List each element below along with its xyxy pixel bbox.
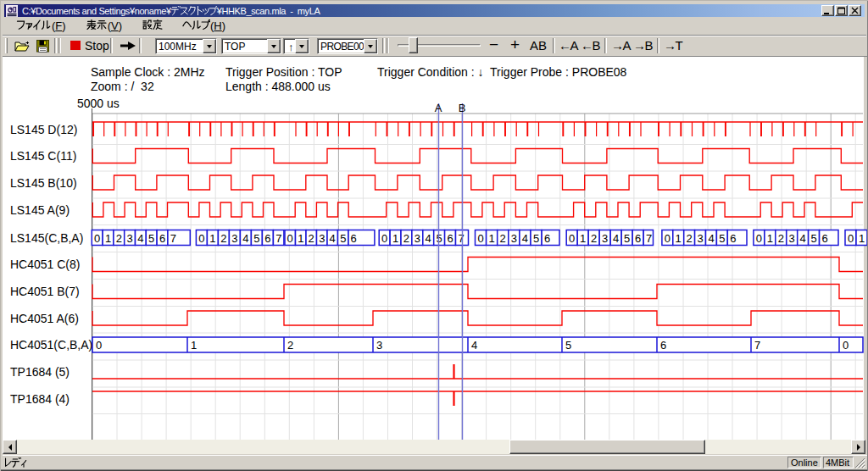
- svg-text:0: 0: [569, 232, 575, 245]
- svg-text:4: 4: [613, 232, 619, 245]
- svg-text:5000 us: 5000 us: [77, 97, 120, 110]
- svg-text:0: 0: [96, 339, 102, 352]
- svg-text:LS145(C,B,A): LS145(C,B,A): [10, 231, 83, 245]
- svg-text:0: 0: [381, 232, 387, 245]
- svg-text:3: 3: [697, 232, 703, 245]
- svg-text:2: 2: [220, 232, 226, 245]
- svg-text:5: 5: [719, 232, 725, 245]
- svg-text:4: 4: [522, 232, 528, 245]
- svg-text:LS145 B(10): LS145 B(10): [10, 176, 77, 190]
- svg-text:HC4051 B(7): HC4051 B(7): [10, 285, 80, 298]
- svg-text:6: 6: [544, 232, 550, 245]
- svg-text:1: 1: [392, 232, 398, 245]
- svg-text:Sample Clock : 2MHz: Sample Clock : 2MHz: [91, 65, 205, 79]
- svg-text:LS145 C(11): LS145 C(11): [10, 149, 76, 163]
- svg-text:B: B: [459, 102, 466, 114]
- svg-text:LS145 A(9): LS145 A(9): [10, 203, 70, 217]
- svg-text:TP1684 (5): TP1684 (5): [10, 365, 70, 379]
- svg-text:1: 1: [105, 232, 111, 245]
- svg-text:0: 0: [94, 232, 100, 245]
- svg-text:5: 5: [148, 232, 154, 245]
- svg-text:6: 6: [264, 232, 270, 245]
- svg-text:2: 2: [591, 232, 597, 245]
- svg-text:2: 2: [309, 232, 314, 245]
- svg-text:1: 1: [767, 232, 773, 245]
- svg-text:6: 6: [351, 232, 357, 245]
- svg-text:6: 6: [447, 232, 453, 245]
- svg-text:5: 5: [565, 339, 571, 352]
- svg-text:2: 2: [287, 339, 293, 352]
- svg-text:0: 0: [287, 232, 293, 245]
- svg-text:5: 5: [624, 232, 630, 245]
- svg-text:6: 6: [635, 232, 641, 245]
- svg-text:1: 1: [676, 232, 682, 245]
- svg-text:3: 3: [231, 232, 237, 245]
- svg-text:Trigger Condition : ↓ Trigger: Trigger Condition : ↓ Trigger Probe : PR…: [377, 65, 627, 79]
- svg-text:5: 5: [340, 232, 346, 245]
- svg-text:6: 6: [159, 232, 165, 245]
- svg-text:3: 3: [126, 232, 132, 245]
- svg-text:1: 1: [298, 232, 303, 245]
- svg-text:0: 0: [843, 339, 849, 352]
- svg-text:0: 0: [848, 232, 854, 245]
- svg-text:HC4051 A(6): HC4051 A(6): [10, 312, 79, 325]
- svg-text:A: A: [435, 102, 442, 114]
- svg-text:4: 4: [800, 232, 806, 245]
- svg-text:3: 3: [511, 232, 517, 245]
- svg-text:Trigger Position : TOP: Trigger Position : TOP: [225, 65, 342, 79]
- svg-text:1: 1: [191, 339, 197, 352]
- svg-text:4: 4: [330, 232, 336, 245]
- svg-text:6: 6: [730, 232, 736, 245]
- svg-text:0: 0: [665, 232, 670, 245]
- svg-text:1: 1: [859, 232, 865, 245]
- svg-text:4: 4: [471, 339, 477, 352]
- svg-text:Length : 488.000 us: Length : 488.000 us: [225, 80, 331, 93]
- svg-text:5: 5: [810, 232, 816, 245]
- svg-text:1: 1: [209, 232, 215, 245]
- svg-text:2: 2: [403, 232, 409, 245]
- svg-text:2: 2: [500, 232, 506, 245]
- svg-text:2: 2: [686, 232, 692, 245]
- svg-text:0: 0: [477, 232, 483, 245]
- svg-text:4: 4: [137, 232, 143, 245]
- svg-text:5: 5: [253, 232, 259, 245]
- svg-text:TP1684 (4): TP1684 (4): [10, 392, 70, 406]
- svg-text:1: 1: [580, 232, 586, 245]
- svg-text:1: 1: [488, 232, 494, 245]
- svg-text:6: 6: [660, 339, 666, 352]
- svg-text:4: 4: [708, 232, 714, 245]
- svg-text:HC4051 C(8): HC4051 C(8): [10, 258, 80, 271]
- svg-text:7: 7: [458, 232, 464, 245]
- svg-text:2: 2: [778, 232, 784, 245]
- svg-text:7: 7: [754, 339, 760, 352]
- svg-text:0: 0: [198, 232, 204, 245]
- svg-text:3: 3: [602, 232, 608, 245]
- svg-text:4: 4: [242, 232, 248, 245]
- svg-text:6: 6: [821, 232, 827, 245]
- svg-text:2: 2: [116, 232, 122, 245]
- svg-text:3: 3: [319, 232, 325, 245]
- svg-text:5: 5: [533, 232, 539, 245]
- svg-text:LS145 D(12): LS145 D(12): [10, 123, 77, 136]
- svg-text:7: 7: [170, 232, 176, 245]
- svg-text:3: 3: [789, 232, 795, 245]
- svg-text:3: 3: [376, 339, 382, 352]
- svg-text:HC4051(C,B,A): HC4051(C,B,A): [10, 338, 92, 352]
- svg-text:4: 4: [426, 232, 431, 245]
- svg-text:Zoom : / 32: Zoom : / 32: [91, 80, 154, 93]
- svg-text:7: 7: [646, 232, 652, 245]
- svg-text:7: 7: [275, 232, 281, 245]
- svg-text:3: 3: [415, 232, 420, 245]
- svg-text:0: 0: [756, 232, 762, 245]
